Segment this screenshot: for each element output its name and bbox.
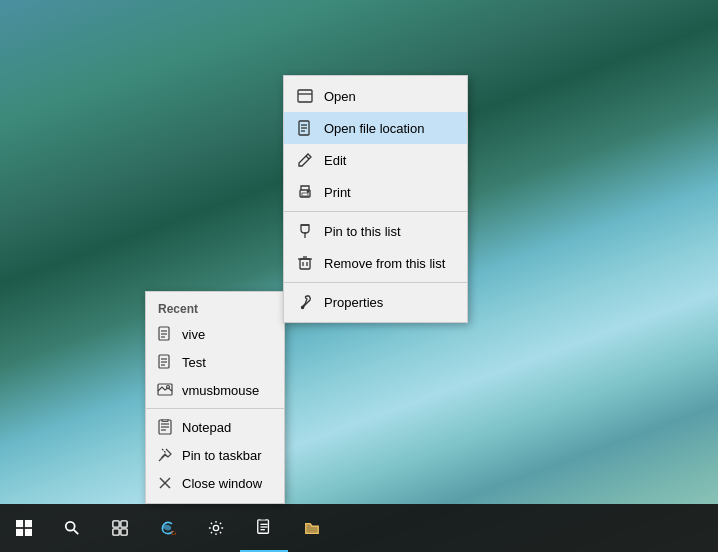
- context-menu: Open Open file location Edit: [283, 75, 468, 323]
- close-icon: [156, 474, 174, 492]
- doc-img-icon: [156, 381, 174, 399]
- svg-rect-42: [121, 521, 127, 527]
- ctx-item-open[interactable]: Open: [284, 80, 467, 112]
- svg-point-34: [302, 307, 304, 309]
- svg-point-9: [167, 386, 170, 389]
- pencil-icon: [296, 151, 314, 169]
- wrench-icon: [296, 293, 314, 311]
- svg-rect-38: [25, 529, 32, 536]
- svg-rect-18: [298, 90, 312, 102]
- jump-list: Recent vive Test: [145, 291, 285, 504]
- receipt-icon: [296, 119, 314, 137]
- ctx-item-print-label: Print: [324, 185, 351, 200]
- jump-item-label-close: Close window: [182, 476, 262, 491]
- svg-rect-36: [25, 520, 32, 527]
- svg-rect-37: [16, 529, 23, 536]
- doc-icon: [156, 325, 174, 343]
- jump-item-vmusbmouse[interactable]: vmusbmouse: [146, 376, 284, 404]
- ctx-item-edit-label: Edit: [324, 153, 346, 168]
- window-icon: [296, 87, 314, 105]
- ctx-separator-1: [284, 211, 467, 212]
- jump-item-pin-taskbar[interactable]: Pin to taskbar: [146, 441, 284, 469]
- ctx-item-open-label: Open: [324, 89, 356, 104]
- svg-rect-43: [113, 529, 119, 535]
- ctx-item-remove-from-list[interactable]: Remove from this list: [284, 247, 467, 279]
- file-explorer-button[interactable]: [288, 504, 336, 552]
- notepad-taskbar-button[interactable]: [240, 504, 288, 552]
- printer-icon: [296, 183, 314, 201]
- jump-item-notepad[interactable]: Notepad: [146, 413, 284, 441]
- jump-item-label-2: Test: [182, 355, 206, 370]
- task-view-button[interactable]: [96, 504, 144, 552]
- ctx-item-properties-label: Properties: [324, 295, 383, 310]
- ctx-item-remove-label: Remove from this list: [324, 256, 445, 271]
- pin-list-icon: [296, 222, 314, 240]
- svg-line-24: [306, 156, 309, 159]
- svg-rect-51: [260, 519, 265, 521]
- ctx-item-properties[interactable]: Properties: [284, 286, 467, 318]
- pin-icon: [156, 446, 174, 464]
- svg-point-46: [213, 525, 218, 530]
- ctx-item-pin-to-list[interactable]: Pin to this list: [284, 215, 467, 247]
- jump-item-label-pin: Pin to taskbar: [182, 448, 262, 463]
- svg-point-39: [66, 522, 75, 531]
- settings-button[interactable]: [192, 504, 240, 552]
- jump-item-label: vive: [182, 327, 205, 342]
- ctx-item-pin-label: Pin to this list: [324, 224, 401, 239]
- doc-icon-2: [156, 353, 174, 371]
- svg-rect-44: [121, 529, 127, 535]
- jump-item-test[interactable]: Test: [146, 348, 284, 376]
- taskbar: CAN: [0, 504, 718, 552]
- trash-icon: [296, 254, 314, 272]
- svg-rect-30: [300, 259, 310, 269]
- edge-button[interactable]: CAN: [144, 504, 192, 552]
- jump-item-vive[interactable]: vive: [146, 320, 284, 348]
- ctx-item-open-file-location-label: Open file location: [324, 121, 424, 136]
- ctx-item-open-file-location[interactable]: Open file location: [284, 112, 467, 144]
- jump-separator-1: [146, 408, 284, 409]
- notepad-icon: [156, 418, 174, 436]
- svg-line-40: [74, 530, 78, 534]
- svg-line-15: [159, 459, 161, 461]
- jump-list-section-title: Recent: [146, 298, 284, 320]
- jump-item-label-3: vmusbmouse: [182, 383, 259, 398]
- ctx-separator-2: [284, 282, 467, 283]
- svg-text:CAN: CAN: [171, 531, 176, 536]
- search-button[interactable]: [48, 504, 96, 552]
- start-button[interactable]: [0, 504, 48, 552]
- svg-point-27: [307, 191, 308, 192]
- svg-rect-41: [113, 521, 119, 527]
- svg-rect-26: [302, 193, 308, 196]
- jump-item-close-window[interactable]: Close window: [146, 469, 284, 497]
- ctx-item-edit[interactable]: Edit: [284, 144, 467, 176]
- svg-rect-35: [16, 520, 23, 527]
- jump-item-label-notepad: Notepad: [182, 420, 231, 435]
- ctx-item-print[interactable]: Print: [284, 176, 467, 208]
- svg-rect-14: [162, 419, 168, 422]
